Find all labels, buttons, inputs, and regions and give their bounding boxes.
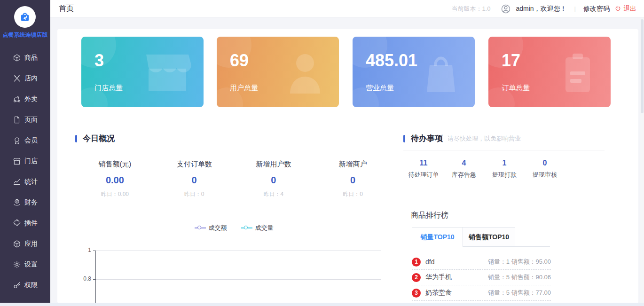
app-logo[interactable] [14, 6, 36, 28]
rank-product-name: 华为手机 [425, 273, 452, 282]
sidebar-item-members[interactable]: 会员 [0, 130, 50, 151]
header-divider: | [574, 5, 576, 12]
change-password-button[interactable]: 修改密码 [583, 5, 610, 13]
sidebar-item-plugins[interactable]: 插件 [0, 213, 50, 234]
metric-label: 销售额(元) [75, 160, 155, 169]
chart-gridline [96, 279, 381, 280]
sidebar-item-permissions[interactable]: 权限 [0, 275, 50, 296]
sidebar-item-settings[interactable]: 设置 [0, 254, 50, 275]
vertical-scrollbar[interactable] [640, 17, 644, 303]
scrollbar-thumb[interactable] [641, 19, 644, 113]
todo-item-low-stock[interactable]: 4 库存告急 [444, 159, 484, 179]
todo-item-withdraw-review[interactable]: 0 提现审核 [525, 159, 565, 179]
stat-value: 485.01 [366, 51, 417, 71]
stat-value: 17 [502, 51, 520, 71]
metric-label: 新增用户数 [234, 160, 314, 169]
stat-label: 营业总量 [366, 84, 394, 93]
legend-label: 成交量 [255, 224, 274, 232]
tab-sales-amount-top10[interactable]: 销售额TOP10 [463, 227, 515, 246]
stat-label: 门店总量 [94, 84, 123, 93]
ranking-list: 1 dfd 销量：1 销售额：95.00 2 华为手机 销量：5 销售额：90.… [412, 254, 551, 306]
key-icon [13, 281, 21, 290]
legend-item-turnover[interactable]: 成交额 [195, 224, 227, 232]
today-metrics: 销售额(元) 0.00 昨日：0.00 支付订单数 0 昨日：0 新增用户数 0… [75, 160, 393, 198]
rank-stats: 销量：5 销售额：90.06 [488, 273, 551, 282]
gear-icon [13, 260, 21, 269]
stat-card-users: 69 用户总量 [217, 37, 339, 107]
shopping-bag-logo-icon [19, 11, 31, 23]
stat-label: 订单总量 [502, 84, 530, 93]
sidebar-item-stores[interactable]: 门店 [0, 151, 50, 172]
stat-value: 69 [230, 51, 249, 71]
metric-yesterday: 昨日：0 [313, 190, 393, 198]
logout-button[interactable]: 退出 [614, 5, 636, 13]
rank-badge: 3 [412, 289, 421, 298]
legend-item-volume[interactable]: 成交量 [241, 224, 274, 232]
sidebar-item-label: 设置 [24, 260, 38, 269]
rank-product-name: dfd [425, 258, 434, 266]
todo-item-pending-orders[interactable]: 11 待处理订单 [403, 159, 444, 179]
top-header: 首页 当前版本：1.0 admin，欢迎您！ | 修改密码 退出 [50, 0, 644, 17]
metric-yesterday: 昨日：4 [234, 190, 314, 198]
sidebar-item-label: 页面 [24, 116, 38, 124]
line-chart-icon [13, 178, 21, 186]
money-icon [13, 198, 21, 207]
rank-row: 1 dfd 销量：1 销售额：95.00 [412, 254, 551, 270]
rank-badge: 2 [412, 273, 421, 282]
ranking-title: 商品排行榜 [411, 211, 448, 220]
power-icon [614, 5, 621, 12]
brand-title: 点餐系统连锁店版 [0, 31, 50, 39]
rank-row: 2 华为手机 销量：5 销售额：90.06 [412, 270, 551, 285]
section-accent-bar [403, 135, 405, 142]
sidebar-item-instore[interactable]: 店内 [0, 68, 50, 89]
sidebar-item-label: 门店 [24, 157, 38, 165]
todo-item-withdraw-payment[interactable]: 1 提现打款 [484, 159, 525, 179]
todo-value: 11 [403, 159, 444, 167]
metric-yesterday: 昨日：0.00 [75, 190, 155, 198]
rank-product-name: 奶茶堂食 [425, 289, 452, 297]
todo-subtitle-text: 请尽快处理，以免影响营业 [448, 134, 521, 143]
todo-label: 提现审核 [525, 171, 565, 179]
y-axis-tick-label: 0.8 [78, 275, 91, 282]
metric-yesterday: 昨日：0 [155, 190, 234, 198]
version-label: 当前版本：1.0 [451, 5, 490, 13]
sidebar-item-label: 外卖 [24, 95, 38, 103]
order-icon [553, 49, 600, 96]
sidebar-item-finance[interactable]: 财务 [0, 192, 50, 213]
y-axis-tick-label: 1 [78, 247, 91, 253]
chart-gridline [96, 251, 381, 251]
metric-value: 0 [234, 175, 314, 186]
todo-section-title: 待办事项 请尽快处理，以免影响营业 [403, 133, 521, 144]
today-title-text: 今日概况 [83, 133, 115, 144]
sidebar-item-label: 商品 [24, 54, 38, 62]
rank-row: 3 奶茶堂食 销量：5 销售额：77.00 [412, 285, 551, 301]
sidebar-item-label: 店内 [24, 74, 38, 83]
scooter-icon [13, 95, 21, 103]
ranking-tabs: 销量TOP10 销售额TOP10 [412, 227, 550, 247]
todo-label: 库存告急 [444, 171, 484, 179]
medal-icon [13, 136, 21, 145]
horizontal-scrollbar[interactable] [0, 303, 644, 306]
line-marker-icon [241, 226, 252, 230]
sidebar-item-stats[interactable]: 统计 [0, 172, 50, 192]
sidebar-item-delivery[interactable]: 外卖 [0, 89, 50, 110]
tab-sales-volume-top10[interactable]: 销量TOP10 [412, 227, 463, 247]
todo-title-text: 待办事项 [411, 133, 443, 144]
metric-label: 新增商户 [313, 160, 393, 169]
stat-card-stores: 3 门店总量 [81, 37, 204, 107]
sidebar-item-pages[interactable]: 页面 [0, 110, 50, 130]
metric-sales: 销售额(元) 0.00 昨日：0.00 [75, 160, 155, 198]
sidebar-item-label: 应用 [24, 240, 38, 248]
avatar-icon[interactable] [501, 4, 511, 14]
box-icon [13, 54, 21, 62]
puzzle-icon [13, 219, 21, 228]
store-icon [141, 49, 193, 96]
todo-value: 1 [484, 159, 525, 167]
metric-label: 支付订单数 [155, 160, 234, 169]
section-accent-bar [75, 135, 77, 142]
sidebar-item-goods[interactable]: 商品 [0, 47, 50, 68]
sidebar-item-label: 会员 [24, 136, 38, 145]
metric-value: 0.00 [75, 175, 155, 186]
sidebar-item-apps[interactable]: 应用 [0, 234, 50, 254]
page-icon [13, 116, 21, 124]
